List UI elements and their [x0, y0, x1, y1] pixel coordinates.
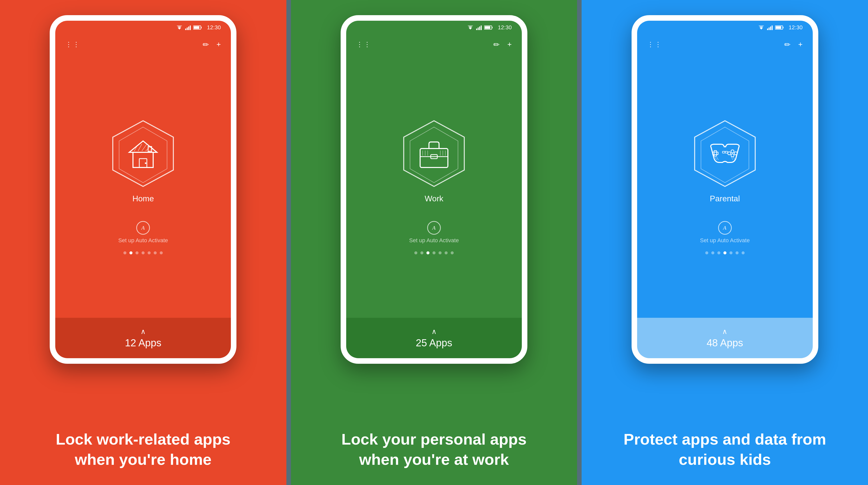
work-dot-7[interactable]	[451, 251, 454, 254]
home-apps-count: 12 Apps	[125, 337, 161, 349]
work-dot-4[interactable]	[433, 251, 435, 254]
svg-rect-49	[776, 26, 781, 29]
divider-1	[286, 0, 291, 485]
home-dot-5[interactable]	[148, 251, 151, 254]
work-auto-activate-label: Set up Auto Activate	[409, 237, 459, 244]
home-description: Lock work-related apps when you're home	[0, 389, 286, 485]
work-toolbar-right: ✏ +	[493, 40, 512, 49]
parental-dot-5[interactable]	[730, 251, 733, 254]
work-dot-6[interactable]	[444, 251, 447, 254]
work-apps-count: 25 Apps	[416, 337, 453, 349]
parental-wifi-icon	[758, 25, 765, 30]
svg-point-56	[728, 152, 731, 155]
svg-line-61	[717, 157, 718, 160]
home-dot-2[interactable]	[129, 251, 132, 254]
parental-apps-count: 48 Apps	[707, 337, 743, 349]
parental-battery-icon	[775, 25, 784, 30]
svg-point-19	[145, 163, 146, 164]
home-hexagon-container: Home	[108, 118, 178, 203]
parental-chevron-icon: ∧	[722, 327, 727, 336]
svg-rect-58	[722, 151, 725, 153]
parental-dot-4[interactable]	[723, 251, 726, 254]
parental-dot-1[interactable]	[705, 251, 708, 254]
parental-plus-icon[interactable]: +	[798, 40, 803, 49]
work-auto-activate[interactable]: A Set up Auto Activate	[409, 221, 459, 244]
home-dot-7[interactable]	[160, 251, 163, 254]
home-dot-6[interactable]	[154, 251, 157, 254]
parental-status-icons: 12:30	[758, 24, 803, 31]
home-edit-icon[interactable]: ✏	[203, 40, 209, 49]
parental-dot-6[interactable]	[736, 251, 739, 254]
parental-hexagon[interactable]	[690, 118, 760, 189]
home-dot-1[interactable]	[123, 251, 126, 254]
home-status-icons: 12:30	[176, 24, 221, 31]
parental-content: Parental A Set up Auto Activate	[637, 55, 813, 318]
svg-rect-17	[133, 152, 153, 168]
svg-rect-29	[485, 26, 490, 29]
parental-panel: 12:30 ⋮⋮ ✏ +	[582, 0, 868, 485]
work-dot-3[interactable]	[427, 251, 430, 254]
home-toolbar-right: ✏ +	[203, 40, 221, 49]
home-dot-4[interactable]	[142, 251, 145, 254]
work-grid-icon[interactable]: ⋮⋮	[356, 41, 371, 49]
svg-line-14	[142, 144, 147, 151]
parental-apps-footer[interactable]: ∧ 48 Apps	[637, 318, 813, 358]
home-dot-3[interactable]	[135, 251, 138, 254]
svg-rect-45	[770, 27, 771, 30]
svg-rect-2	[185, 29, 186, 30]
svg-marker-22	[468, 26, 473, 28]
work-hexagon[interactable]	[399, 118, 469, 189]
parental-dots	[705, 251, 745, 254]
work-signal-icon	[476, 25, 482, 30]
home-plus-icon[interactable]: +	[217, 40, 221, 49]
svg-line-60	[715, 157, 717, 160]
wifi-icon	[176, 25, 183, 30]
work-time: 12:30	[498, 24, 512, 31]
svg-rect-43	[767, 29, 768, 30]
svg-rect-24	[478, 28, 479, 30]
work-battery-icon	[484, 25, 493, 30]
parental-edit-icon[interactable]: ✏	[784, 40, 790, 49]
home-auto-activate-icon: A	[136, 221, 150, 235]
work-description-text: Lock your personal apps when you're at w…	[341, 429, 527, 470]
svg-point-54	[731, 150, 734, 153]
parental-grid-icon[interactable]: ⋮⋮	[647, 41, 662, 49]
work-dot-5[interactable]	[438, 251, 441, 254]
work-dot-1[interactable]	[414, 251, 417, 254]
work-content: Work A Set up Auto Activate	[346, 55, 522, 318]
parental-dot-2[interactable]	[711, 251, 714, 254]
work-plus-icon[interactable]: +	[507, 40, 512, 49]
home-toolbar: ⋮⋮ ✏ +	[55, 34, 231, 55]
work-apps-footer[interactable]: ∧ 25 Apps	[346, 318, 522, 358]
svg-rect-8	[194, 26, 199, 29]
svg-line-62	[731, 157, 733, 160]
home-hexagon[interactable]	[108, 118, 178, 189]
parental-auto-activate-label: Set up Auto Activate	[700, 237, 750, 244]
home-description-text: Lock work-related apps when you're home	[56, 429, 230, 470]
work-status-icons: 12:30	[467, 24, 512, 31]
home-panel: 12:30 ⋮⋮ ✏ +	[0, 0, 286, 485]
work-auto-activate-icon: A	[427, 221, 441, 235]
work-description: Lock your personal apps when you're at w…	[291, 389, 577, 485]
parental-description: Protect apps and data from curious kids	[582, 389, 868, 485]
parental-dot-3[interactable]	[717, 251, 720, 254]
home-phone: 12:30 ⋮⋮ ✏ +	[50, 15, 237, 364]
parental-auto-activate[interactable]: A Set up Auto Activate	[700, 221, 750, 244]
parental-status-bar: 12:30	[637, 21, 813, 34]
parental-toolbar: ⋮⋮ ✏ +	[637, 34, 813, 55]
home-content: Home A Set up Auto Activate	[55, 55, 231, 318]
work-edit-icon[interactable]: ✏	[493, 40, 500, 49]
signal-icon	[185, 25, 191, 30]
home-apps-footer[interactable]: ∧ 12 Apps	[55, 318, 231, 358]
work-dot-2[interactable]	[421, 251, 424, 254]
parental-phone: 12:30 ⋮⋮ ✏ +	[631, 15, 818, 364]
work-panel: 12:30 ⋮⋮ ✏ +	[291, 0, 577, 485]
svg-rect-44	[769, 28, 770, 30]
parental-dot-7[interactable]	[742, 251, 745, 254]
work-chevron-icon: ∧	[432, 327, 437, 336]
home-auto-activate[interactable]: A Set up Auto Activate	[118, 221, 168, 244]
work-phone: 12:30 ⋮⋮ ✏ +	[341, 15, 527, 364]
home-grid-icon[interactable]: ⋮⋮	[65, 41, 81, 49]
parental-hexagon-container: Parental	[690, 118, 760, 203]
work-wifi-icon	[467, 25, 474, 30]
